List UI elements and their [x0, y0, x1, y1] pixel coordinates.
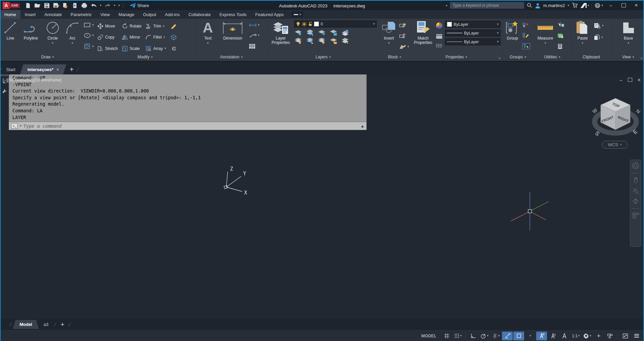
- arc-dropdown[interactable]: ▾: [72, 41, 73, 45]
- share-button[interactable]: Share: [130, 3, 149, 8]
- layer-on-all-icon[interactable]: [294, 38, 303, 44]
- rectangle-dropdown[interactable]: ▾: [92, 23, 94, 26]
- isometric-drafting-button[interactable]: ▾: [491, 332, 501, 340]
- panel-label-view[interactable]: View▾ ⇘: [612, 53, 644, 61]
- model-space-toggle[interactable]: MODEL: [419, 332, 439, 340]
- snap-mode-button[interactable]: ▾: [453, 332, 463, 340]
- mirror-button[interactable]: Mirror: [122, 34, 141, 40]
- paste-dropdown[interactable]: ▾: [582, 41, 584, 45]
- object-snap-button[interactable]: [513, 332, 524, 340]
- hatch-button[interactable]: ▾: [84, 43, 94, 49]
- autocad-logo[interactable]: A CAD: [3, 2, 20, 9]
- tab-output[interactable]: Output: [139, 10, 160, 19]
- text-button[interactable]: A Text▾: [199, 20, 217, 53]
- tab-collaborate[interactable]: Collaborate: [184, 10, 215, 19]
- undo-dropdown[interactable]: ▾: [100, 4, 102, 7]
- block-editor-button[interactable]: ▾: [399, 44, 409, 49]
- group-selection-toggle[interactable]: [522, 43, 530, 49]
- tab-insert[interactable]: Insert: [20, 10, 40, 19]
- layer-combo-dropdown[interactable]: ▾: [373, 22, 375, 25]
- group-button[interactable]: Group: [504, 20, 520, 53]
- file-tab-start[interactable]: Start: [1, 64, 20, 74]
- minimize-button[interactable]: −: [606, 2, 616, 9]
- collapse-search-icon[interactable]: ▾: [445, 5, 448, 6]
- move-button[interactable]: Move: [97, 23, 118, 29]
- lineweight-combo[interactable]: ByLayer ▾: [445, 30, 501, 37]
- snap-dropdown[interactable]: ▾: [460, 334, 462, 337]
- annotation-scale-button[interactable]: [559, 332, 570, 340]
- redo-dropdown[interactable]: ▾: [114, 4, 116, 7]
- linear-dimension-dropdown[interactable]: ▾: [258, 23, 260, 26]
- panel-label-clipboard[interactable]: Clipboard: [571, 53, 612, 61]
- hatch-dropdown[interactable]: ▾: [92, 45, 94, 48]
- tab-view[interactable]: View: [96, 10, 114, 19]
- annotation-visibility-button[interactable]: [536, 332, 547, 340]
- tab-annotate[interactable]: Annotate: [40, 10, 66, 19]
- new-file-icon[interactable]: [25, 2, 31, 9]
- file-tab-document[interactable]: interseçoes* ×: [20, 64, 66, 74]
- layer-make-current-icon[interactable]: [341, 29, 350, 36]
- group-edit-button[interactable]: [522, 33, 530, 38]
- panel-label-annotation[interactable]: Annotation▾: [195, 53, 268, 61]
- match-properties-button[interactable]: Match Properties: [413, 20, 433, 53]
- select-all-button[interactable]: [557, 33, 564, 39]
- panel-label-draw[interactable]: Draw▾: [0, 53, 95, 61]
- ungroup-button[interactable]: [522, 22, 530, 27]
- trim-dropdown[interactable]: ▾: [163, 25, 165, 28]
- annotation-scale-value[interactable]: 1:1▾: [570, 332, 581, 340]
- rectangle-button[interactable]: ▾: [84, 22, 94, 28]
- layer-walk-icon[interactable]: [341, 38, 350, 44]
- stretch-button[interactable]: Stretch: [97, 46, 118, 52]
- base-button[interactable]: Base▾: [619, 20, 638, 53]
- panel-label-block[interactable]: Block▾: [379, 53, 410, 61]
- tab-addins[interactable]: Add-ins: [160, 10, 184, 19]
- ribbon-display-toggle[interactable]: ▾: [291, 11, 304, 17]
- grid-display-button[interactable]: [441, 332, 452, 340]
- layout-tab-model[interactable]: Model: [13, 320, 39, 329]
- linetype-dropdown[interactable]: ▾: [497, 40, 499, 43]
- copy-button[interactable]: Copy: [97, 34, 118, 40]
- fillet-dropdown[interactable]: ▾: [164, 36, 165, 39]
- help-icon[interactable]: ? ▾: [595, 3, 603, 8]
- object-color-dropdown[interactable]: ▾: [497, 23, 499, 26]
- copy-clip-dropdown[interactable]: ▾: [601, 36, 603, 39]
- ellipse-button[interactable]: ▾: [84, 33, 94, 38]
- color-wheel-icon[interactable]: [436, 22, 443, 29]
- undo-icon[interactable]: [91, 2, 97, 9]
- object-snap-tracking-button[interactable]: [502, 332, 513, 340]
- user-avatar-icon[interactable]: [535, 3, 541, 8]
- save-icon[interactable]: [44, 2, 50, 9]
- erase-button[interactable]: [170, 23, 177, 29]
- edit-attributes-button[interactable]: [399, 33, 409, 39]
- linetype-icon[interactable]: [436, 44, 443, 48]
- measure-button[interactable]: Measure▾: [536, 20, 555, 53]
- create-block-button[interactable]: [399, 22, 409, 28]
- panel-label-modify[interactable]: Modify▾: [95, 53, 195, 61]
- scale-button[interactable]: Scale: [122, 46, 141, 52]
- layout-tab-a3[interactable]: a3: [39, 320, 53, 329]
- print-icon[interactable]: [81, 2, 88, 9]
- save-as-icon[interactable]: [53, 2, 59, 9]
- polar-tracking-button[interactable]: ▾: [479, 332, 490, 340]
- fillet-button[interactable]: Fillet ▾: [145, 34, 166, 40]
- linear-dimension-button[interactable]: ▾: [249, 23, 260, 27]
- trim-button[interactable]: Trim ▾: [145, 23, 166, 29]
- layer-freeze-icon[interactable]: [318, 29, 326, 36]
- search-input[interactable]: Type a keyword or phrase: [450, 2, 524, 9]
- table-button[interactable]: [249, 44, 260, 49]
- customize-qat-icon[interactable]: ▾: [119, 4, 120, 7]
- autodesk-dropdown[interactable]: ▾: [588, 4, 589, 7]
- linetype-combo[interactable]: ByLayer ▾: [445, 38, 501, 45]
- tab-parametric[interactable]: Parametric: [66, 10, 96, 19]
- polar-dropdown[interactable]: ▾: [487, 334, 489, 337]
- object-color-combo[interactable]: ByLayer ▾: [445, 21, 501, 28]
- block-editor-dropdown[interactable]: ▾: [407, 45, 409, 48]
- leader-button[interactable]: ▾: [249, 33, 260, 38]
- autodesk-logo-icon[interactable]: ▾: [581, 3, 589, 8]
- properties-dialog-launcher[interactable]: ⇘: [498, 56, 501, 60]
- redo-icon[interactable]: [104, 2, 111, 9]
- quick-select-button[interactable]: [557, 22, 564, 28]
- lineweight-icon[interactable]: [436, 34, 443, 39]
- customization-plus-button[interactable]: +: [593, 332, 604, 340]
- lineweight-dropdown[interactable]: ▾: [497, 32, 499, 35]
